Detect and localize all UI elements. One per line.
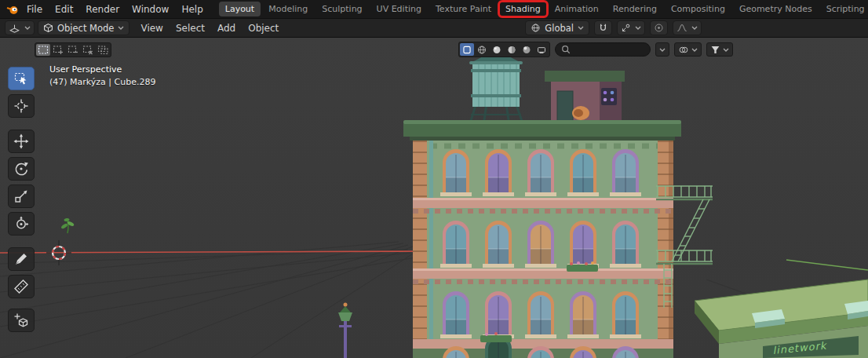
chevron-down-icon — [723, 48, 729, 52]
snap-target-icon — [621, 23, 631, 33]
tab-scripting[interactable]: Scripting — [820, 2, 868, 16]
shading-rendered-button[interactable] — [520, 43, 534, 56]
tool-move[interactable] — [8, 130, 35, 153]
street-lamp[interactable] — [338, 303, 352, 358]
select-mode-extend-button[interactable] — [51, 44, 65, 56]
tool-annotate[interactable] — [8, 247, 35, 271]
proportional-editing-icon — [654, 23, 664, 33]
shading-wireframe-button[interactable] — [475, 43, 489, 56]
magnet-icon — [598, 23, 608, 33]
gizmos-dropdown[interactable] — [655, 42, 669, 57]
tool-transform[interactable] — [8, 212, 35, 236]
storefront-building[interactable]: linetwork — [695, 279, 868, 358]
falloff-dropdown[interactable] — [673, 20, 702, 35]
chevron-down-icon — [635, 26, 641, 30]
menu-window[interactable]: Window — [126, 2, 175, 16]
snap-target-dropdown[interactable] — [617, 20, 645, 35]
menu-add[interactable]: Add — [211, 21, 242, 35]
chevron-down-icon — [691, 48, 698, 52]
shading-material-button[interactable] — [505, 43, 519, 56]
tab-compositing[interactable]: Compositing — [665, 2, 731, 16]
chevron-down-icon — [24, 26, 31, 30]
tool-settings-bar: Object Mode View Select Add Object Globa… — [0, 19, 868, 38]
select-mode-intersect-button[interactable] — [96, 44, 110, 56]
orientation-dropdown[interactable]: Global — [525, 20, 589, 35]
tool-measure[interactable] — [8, 275, 35, 298]
tool-box-select[interactable] — [8, 67, 35, 90]
apartment-building[interactable] — [403, 46, 713, 358]
workspace-tabs: Layout Modeling Sculpting UV Editing Tex… — [219, 2, 868, 16]
menu-edit[interactable]: Edit — [49, 2, 79, 16]
overlays-dropdown[interactable] — [674, 42, 702, 57]
tab-rendering[interactable]: Rendering — [607, 2, 663, 16]
axis-y-line — [786, 260, 868, 270]
cornice — [403, 122, 681, 137]
active-object-label: (47) Markýza | Cube.289 — [49, 77, 155, 87]
tool-rotate[interactable] — [8, 157, 35, 181]
plant-sprig[interactable] — [60, 217, 75, 233]
blender-window: File Edit Render Window Help Layout Mode… — [0, 0, 868, 358]
chevron-down-icon — [659, 48, 666, 52]
tab-animation[interactable]: Animation — [549, 2, 605, 16]
menu-select[interactable]: Select — [170, 21, 211, 35]
chevron-down-icon — [578, 26, 584, 30]
render-preview-button[interactable] — [534, 43, 549, 56]
menu-render[interactable]: Render — [79, 2, 126, 16]
proportional-editing-toggle[interactable] — [650, 20, 668, 35]
falloff-curve-icon — [677, 23, 687, 33]
tool-add-cube[interactable] — [8, 309, 35, 332]
editor-3d-viewport-icon — [10, 28, 19, 32]
select-mode-subtract-button[interactable] — [66, 44, 80, 56]
tool-scale[interactable] — [8, 184, 35, 208]
tool-cursor[interactable] — [8, 94, 35, 118]
cube-icon — [43, 23, 53, 33]
menu-file[interactable]: File — [20, 2, 49, 16]
select-mode-set-button[interactable] — [36, 44, 50, 56]
menu-object[interactable]: Object — [242, 21, 285, 35]
rooftop-shed — [545, 71, 625, 126]
tab-sculpting[interactable]: Sculpting — [315, 2, 368, 16]
overlays-icon — [678, 45, 689, 55]
drainpipe — [429, 141, 433, 358]
select-mode-buttons — [35, 42, 111, 57]
chevron-down-icon — [691, 26, 698, 30]
tab-shading[interactable]: Shading — [499, 2, 547, 16]
snap-toggle-button[interactable] — [594, 20, 612, 35]
viewport-search[interactable] — [555, 42, 651, 57]
orientation-label: Global — [545, 23, 574, 34]
editor-type-dropdown[interactable] — [5, 20, 35, 35]
view-perspective-label: User Perspective — [49, 64, 122, 75]
tab-texture-paint[interactable]: Texture Paint — [429, 2, 498, 16]
toggle-xray-button[interactable] — [460, 43, 474, 56]
tab-modeling[interactable]: Modeling — [262, 2, 314, 16]
chevron-down-icon — [118, 26, 124, 30]
viewport-3d[interactable]: linetwork — [0, 38, 868, 358]
menu-view[interactable]: View — [134, 21, 169, 35]
search-icon — [561, 45, 571, 54]
tab-uv-editing[interactable]: UV Editing — [370, 2, 428, 16]
shading-solid-button[interactable] — [490, 43, 504, 56]
select-mode-invert-button[interactable] — [81, 44, 95, 56]
mode-dropdown[interactable]: Object Mode — [38, 20, 129, 35]
tab-layout[interactable]: Layout — [219, 2, 261, 16]
mode-label: Object Mode — [57, 23, 114, 34]
globe-icon — [531, 23, 541, 33]
viewport-header-right — [458, 42, 733, 57]
transform-snap-cluster: Global — [525, 20, 702, 35]
blender-logo-icon[interactable] — [6, 3, 19, 16]
tool-shelf — [8, 67, 35, 332]
tab-geometry-nodes[interactable]: Geometry Nodes — [733, 2, 819, 16]
menu-help[interactable]: Help — [175, 2, 209, 16]
filter-funnel-icon — [710, 45, 720, 55]
topbar: File Edit Render Window Help Layout Mode… — [0, 0, 868, 19]
filter-dropdown[interactable] — [706, 42, 733, 57]
viewport-search-input[interactable] — [574, 44, 644, 56]
shading-mode-group — [458, 42, 550, 57]
